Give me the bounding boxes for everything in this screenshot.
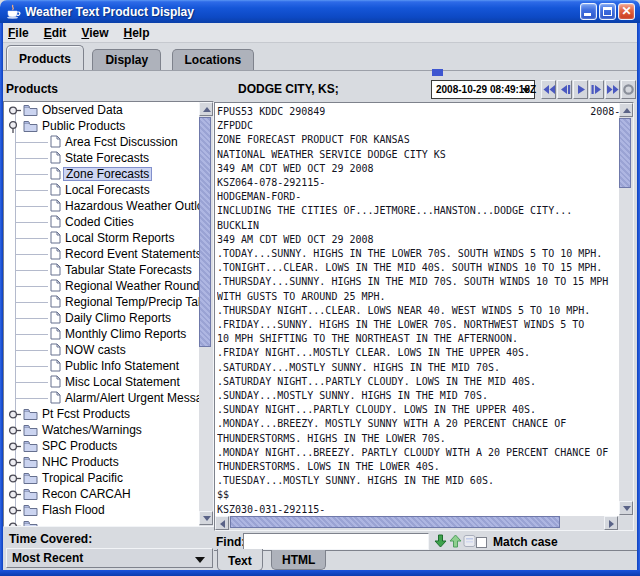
close-button[interactable]: ✕	[618, 3, 635, 20]
menu-file[interactable]: File	[8, 26, 29, 40]
text-scroll-right-button[interactable]	[604, 516, 618, 530]
tree-item-label[interactable]: Tropical Pacific	[40, 471, 125, 485]
menu-view[interactable]: View	[81, 26, 108, 40]
tree-item-state-forecasts[interactable]: State Forecasts	[4, 150, 200, 166]
expand-handle-icon[interactable]	[8, 488, 22, 501]
expand-handle-icon[interactable]	[8, 440, 22, 453]
tree-item-local-forecasts[interactable]: Local Forecasts	[4, 182, 200, 198]
tree-item-local-storm-reports[interactable]: Local Storm Reports	[4, 230, 200, 246]
menu-edit[interactable]: Edit	[44, 26, 67, 40]
step-forward-button[interactable]	[589, 80, 604, 99]
text-scroll-up-button[interactable]	[619, 103, 633, 117]
text-vertical-thumb[interactable]	[619, 118, 631, 188]
title-bar[interactable]: Weather Text Product Display ✕	[0, 0, 640, 23]
tree-item-hazardous-weather-outlook[interactable]: Hazardous Weather Outlook	[4, 198, 200, 214]
tree-item-label[interactable]: Record Event Statements	[63, 247, 200, 261]
tree-item-pt-fcst-products[interactable]: Pt Fcst Products	[4, 406, 200, 422]
tree-item-regional-weather-roundups[interactable]: Regional Weather Roundups	[4, 278, 200, 294]
tree-item-tabular-state-forecasts[interactable]: Tabular State Forecasts	[4, 262, 200, 278]
tree-item-label[interactable]: Public Info Statement	[63, 359, 181, 373]
tree-item-label[interactable]: Alarm/Alert Urgent Message	[63, 391, 200, 405]
tree-item-label[interactable]: Regional Weather Roundups	[63, 279, 200, 293]
expand-handle-icon[interactable]	[8, 456, 22, 469]
tree-item-now-casts[interactable]: NOW casts	[4, 342, 200, 358]
tree-item-zone-forecasts[interactable]: Zone Forecasts	[4, 166, 200, 182]
minimize-button[interactable]	[580, 3, 597, 20]
tree-item-label[interactable]: SPC Products	[40, 439, 119, 453]
tree-item-label[interactable]: Hazardous Weather Outlook	[63, 199, 200, 213]
tree-item-daily-climo-reports[interactable]: Daily Climo Reports	[4, 310, 200, 326]
tree-scroll-down-button[interactable]	[199, 511, 213, 525]
text-horizontal-scrollbar[interactable]	[215, 516, 619, 530]
go-to-end-button[interactable]	[605, 80, 620, 99]
tree-item-observed-data[interactable]: Observed Data	[4, 102, 200, 118]
tree-item-label[interactable]: Observed Data	[40, 103, 125, 117]
tree-item-public-info-statement[interactable]: Public Info Statement	[4, 358, 200, 374]
text-scroll-left-button[interactable]	[215, 516, 229, 530]
expand-handle-icon[interactable]	[8, 104, 22, 117]
text-horizontal-thumb[interactable]	[230, 516, 560, 528]
collapse-handle-icon[interactable]	[8, 120, 22, 133]
tree-item-flash-flood[interactable]: Flash Flood	[4, 502, 200, 518]
tree-item-label[interactable]: Daily Climo Reports	[63, 311, 173, 325]
tree-item-public-products[interactable]: Public Products	[4, 118, 200, 134]
tree-item-label[interactable]: State Forecasts	[63, 151, 151, 165]
time-covered-select[interactable]: Most Recent	[6, 548, 213, 568]
tree-item-label[interactable]: Pt Fcst Products	[40, 407, 132, 421]
view-tab-html[interactable]: HTML	[271, 550, 326, 570]
tree-item-label[interactable]: Regional Temp/Precip Tables	[63, 295, 200, 309]
match-case-checkbox[interactable]	[476, 537, 487, 548]
tab-products[interactable]: Products	[6, 45, 84, 70]
tree-item-monthly-climo-reports[interactable]: Monthly Climo Reports	[4, 326, 200, 342]
tree-item-label[interactable]: Watches/Warnings	[40, 423, 144, 437]
tree-item-label[interactable]: Recon CARCAH	[40, 487, 133, 501]
tree-item-label[interactable]: Misc Local Statement	[63, 375, 182, 389]
tree-item-misc-local-statement[interactable]: Misc Local Statement	[4, 374, 200, 390]
tree-item-label[interactable]: Monthly Climo Reports	[63, 327, 188, 341]
tree-item-label[interactable]: Area Fcst Discussion	[63, 135, 180, 149]
tree-item-watches-warnings[interactable]: Watches/Warnings	[4, 422, 200, 438]
tree-scrollbar-thumb[interactable]	[199, 117, 211, 347]
tree-item-tropical-pacific[interactable]: Tropical Pacific	[4, 470, 200, 486]
tree-item-label[interactable]: NHC Products	[40, 455, 121, 469]
tree-item-record-event-statements[interactable]: Record Event Statements	[4, 246, 200, 262]
play-button[interactable]	[573, 80, 588, 99]
tree-item-spc-products[interactable]: SPC Products	[4, 438, 200, 454]
tree-item-alarm-alert-urgent-message[interactable]: Alarm/Alert Urgent Message	[4, 390, 200, 406]
tree-item-area-fcst-discussion[interactable]: Area Fcst Discussion	[4, 134, 200, 150]
tree-item-label[interactable]: NOW casts	[63, 343, 128, 357]
find-input[interactable]	[243, 533, 429, 550]
product-text-pane[interactable]: FPUS53 KDDC 290849 2008-10-29 08:49:18ZZ…	[214, 102, 634, 531]
go-to-start-button[interactable]	[541, 80, 556, 99]
step-back-button[interactable]	[557, 80, 572, 99]
tree-scrollbar[interactable]	[199, 102, 213, 526]
time-select[interactable]: 2008-10-29 08:49:18Z	[431, 80, 535, 99]
tree-item-recon-carcah[interactable]: Recon CARCAH	[4, 486, 200, 502]
text-vertical-scrollbar[interactable]	[619, 103, 633, 516]
tab-locations[interactable]: Locations	[172, 49, 255, 70]
tab-display[interactable]: Display	[92, 49, 161, 70]
tree-item-label[interactable]: Local Forecasts	[63, 183, 152, 197]
expand-handle-icon[interactable]	[8, 408, 22, 421]
tree-item-regional-temp-precip-tables[interactable]: Regional Temp/Precip Tables	[4, 294, 200, 310]
tree-item-label[interactable]: Coded Cities	[63, 215, 136, 229]
expand-handle-icon[interactable]	[8, 520, 22, 526]
expand-handle-icon[interactable]	[8, 472, 22, 485]
tree-item-coded-cities[interactable]: Coded Cities	[4, 214, 200, 230]
tree-item-clipped[interactable]	[4, 518, 200, 526]
tree-item-label[interactable]: Flash Flood	[40, 503, 107, 517]
tree-scroll-up-button[interactable]	[199, 102, 213, 116]
tree-item-label[interactable]: Local Storm Reports	[63, 231, 176, 245]
tree-item-label[interactable]: Tabular State Forecasts	[63, 263, 194, 277]
tree-item-nhc-products[interactable]: NHC Products	[4, 454, 200, 470]
find-previous-button[interactable]	[449, 534, 462, 548]
text-scroll-down-button[interactable]	[619, 501, 633, 515]
menu-help[interactable]: Help	[124, 26, 150, 40]
expand-handle-icon[interactable]	[8, 424, 22, 437]
view-tab-text[interactable]: Text	[217, 549, 263, 571]
find-next-button[interactable]	[434, 534, 447, 548]
expand-handle-icon[interactable]	[8, 504, 22, 517]
time-properties-button[interactable]	[621, 80, 636, 99]
tree-item-label[interactable]: Public Products	[40, 119, 127, 133]
tree-item-label[interactable]: Zone Forecasts	[63, 167, 152, 181]
